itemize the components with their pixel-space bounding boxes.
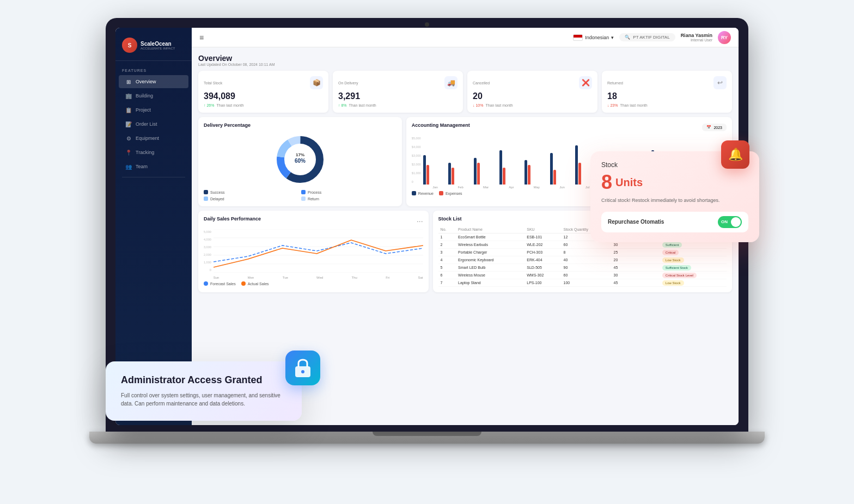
stock-number-row: 8 Units xyxy=(601,171,748,194)
y-label: $2,000 xyxy=(412,163,421,166)
stat-icon: ↩ xyxy=(713,76,727,89)
repurchase-toggle[interactable]: ON xyxy=(718,216,742,228)
row-sku: WLE-202 xyxy=(524,241,561,249)
y-label: 5,000 xyxy=(204,230,211,233)
sidebar-item-label: Project xyxy=(136,107,151,113)
page-title-row: Overview Last Updated On October 08, 202… xyxy=(198,54,732,66)
svg-text:60%: 60% xyxy=(295,158,306,164)
row-product-name: EcoSmart Bottle xyxy=(456,233,524,241)
trend-icon: ↑ 26% xyxy=(204,103,214,107)
row-product-name: Ergonomic Keyboard xyxy=(456,256,524,264)
stat-label-text: On Delivery xyxy=(338,81,358,85)
y-label: $4,000 xyxy=(412,145,421,149)
sidebar-item-project[interactable]: 📋 Project xyxy=(119,103,188,116)
stat-label: Cancelled ❌ xyxy=(473,76,592,89)
access-description: Full control over system settings, user … xyxy=(121,391,286,408)
row-reorder: 30 xyxy=(612,241,660,249)
trend-icon: ↑ 8% xyxy=(338,103,347,107)
stat-card-on-delivery: On Delivery 🚚 3,291 ↑ 8% Than last month xyxy=(333,71,463,113)
logo-icon: S xyxy=(122,38,137,53)
legend-label: Delayed xyxy=(210,197,224,201)
sales-day-labels: Sun Mon Tue Wed Thu Fri Sat xyxy=(213,275,423,279)
y-label: 1,000 xyxy=(204,261,211,264)
stat-label: Returned ↩ xyxy=(607,76,727,89)
access-granted-card: Administrator Access Granted Full contro… xyxy=(106,361,302,421)
row-product-name: Wireless Earbuds xyxy=(456,241,524,249)
table-row: 6 Wireless Mouse WMS-302 60 30 Critical … xyxy=(438,272,727,279)
day-label: Thu xyxy=(352,276,357,279)
legend-dot xyxy=(412,191,416,195)
toggle-thumb xyxy=(731,217,741,227)
stat-value: 394,089 xyxy=(204,91,323,101)
sidebar-section-label: FEATURES xyxy=(115,65,192,75)
donut-chart: 17% 60% xyxy=(204,132,396,187)
stat-label-text: Total Stock xyxy=(204,81,222,85)
more-options-icon[interactable]: ··· xyxy=(417,217,423,225)
sidebar-item-label: Equipment xyxy=(136,136,159,141)
day-label: Mon xyxy=(248,276,254,279)
search-icon: 🔍 xyxy=(625,35,630,40)
sidebar-item-team[interactable]: 👥 Team xyxy=(119,160,188,173)
table-row: 5 Smart LED Bulb SLD-505 90 45 Sufficien… xyxy=(438,264,727,272)
calendar-icon: 📅 xyxy=(706,125,711,130)
row-sku: LPS-100 xyxy=(524,279,561,287)
month-label: Jun xyxy=(550,186,575,189)
sidebar-item-order-list[interactable]: 📝 Order List xyxy=(119,118,188,131)
avatar[interactable]: RY xyxy=(718,31,731,44)
legend-dot xyxy=(204,196,208,201)
avatar-initials: RY xyxy=(721,35,728,40)
chevron-down-icon: ▾ xyxy=(611,35,614,40)
month-label: Feb xyxy=(448,186,473,189)
sidebar-item-tracking[interactable]: 📍 Tracking xyxy=(119,146,188,159)
hamburger-menu[interactable]: ≡ xyxy=(199,33,204,42)
sidebar-item-building[interactable]: 🏢 Building xyxy=(119,89,188,102)
month-label: Jan xyxy=(423,186,448,189)
legend-dot xyxy=(241,281,246,286)
legend-dot xyxy=(439,191,443,195)
legend-label: Expenses xyxy=(446,192,462,195)
month-label: May xyxy=(524,186,549,189)
bell-notification[interactable]: 🔔 xyxy=(721,140,749,169)
legend-label: Return xyxy=(308,197,319,201)
y-label: $3,000 xyxy=(412,154,421,157)
legend-forecast: Forecast Sales xyxy=(204,281,236,286)
language-selector[interactable]: Indonesian ▾ xyxy=(573,34,614,41)
sidebar-item-overview[interactable]: ⊞ Overview xyxy=(119,75,188,88)
row-qty: 90 xyxy=(561,264,611,272)
legend-dot xyxy=(204,190,208,194)
day-label: Fri xyxy=(386,276,389,279)
row-no: 2 xyxy=(438,241,456,249)
sales-chart-title: Daily Sales Performance xyxy=(204,216,261,222)
svg-point-13 xyxy=(301,370,304,373)
expenses-bar xyxy=(426,165,429,185)
stat-change-text: Than last month xyxy=(216,103,243,107)
stock-description: Critical stock! Restock immediately to a… xyxy=(601,197,748,204)
sales-card: Daily Sales Performance ··· 5,000 4,000 … xyxy=(198,211,429,292)
sidebar-item-equipment[interactable]: ⚙ Equipment xyxy=(119,132,188,145)
laptop-camera xyxy=(425,22,429,27)
row-reorder: 45 xyxy=(612,264,660,272)
access-title: Administrator Access Granted xyxy=(121,374,286,386)
search-bar[interactable]: 🔍 PT AKTIF DIGITAL xyxy=(619,33,675,41)
logo: S ScaleOcean ACCELERATE IMPACT xyxy=(122,38,185,53)
top-header: ≡ Indonesian ▾ 🔍 PT AKTIF DIGITAL Riana … xyxy=(192,28,739,47)
building-icon: 🏢 xyxy=(125,93,132,99)
row-sku: ERK-404 xyxy=(524,256,561,264)
month-label: Apr xyxy=(499,186,524,189)
row-product-name: Smart LED Bulb xyxy=(456,264,524,272)
row-no: 1 xyxy=(438,233,456,241)
page-title: Overview xyxy=(198,54,732,63)
status-badge: Critical xyxy=(662,250,679,255)
toggle-track[interactable]: ON xyxy=(718,216,742,228)
legend-dot xyxy=(301,190,306,194)
row-no: 4 xyxy=(438,256,456,264)
logo-tagline: ACCELERATE IMPACT xyxy=(141,47,175,50)
table-row: 4 Ergonomic Keyboard ERK-404 40 20 Low S… xyxy=(438,256,727,264)
tracking-icon: 📍 xyxy=(125,149,132,156)
status-badge: Sufficient Stock xyxy=(662,265,691,271)
col-product-name: Product Name xyxy=(456,226,524,233)
y-label: 4,000 xyxy=(204,238,211,241)
stock-units: Units xyxy=(615,176,643,189)
col-sku: SKU xyxy=(524,226,561,233)
row-product-name: Portable Charger xyxy=(456,249,524,256)
